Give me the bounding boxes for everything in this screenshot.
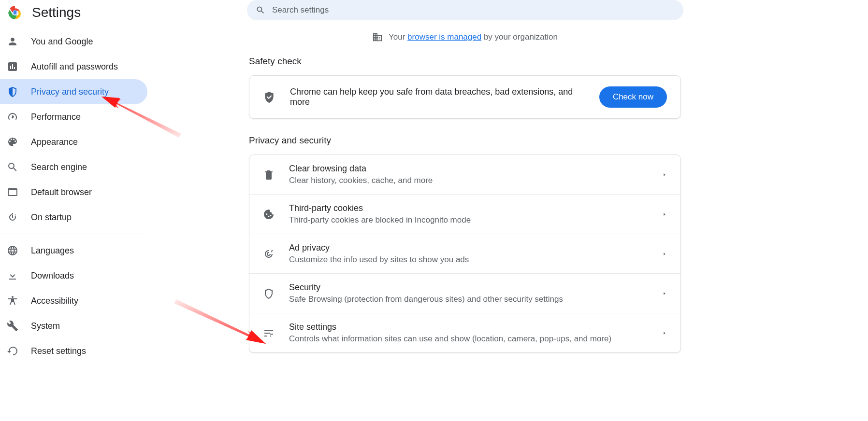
sidebar-item-label: Autofill and passwords — [31, 62, 118, 72]
sidebar-item-on-startup[interactable]: On startup — [0, 205, 147, 230]
chevron-right-icon — [662, 172, 667, 177]
person-icon — [7, 36, 18, 47]
tune-icon — [263, 327, 275, 339]
sidebar-item-downloads[interactable]: Downloads — [0, 263, 147, 288]
main-content: Your browser is managed by your organiza… — [249, 32, 681, 369]
sidebar-item-performance[interactable]: Performance — [0, 104, 147, 129]
download-icon — [7, 270, 18, 281]
chevron-right-icon — [662, 331, 667, 336]
sidebar-item-label: Accessibility — [31, 296, 78, 306]
sidebar-item-you-google[interactable]: You and Google — [0, 29, 147, 54]
privacy-card: Clear browsing data Clear history, cooki… — [249, 154, 681, 353]
shield-icon — [7, 86, 18, 98]
browser-icon — [7, 186, 18, 198]
sidebar-item-label: Default browser — [31, 187, 92, 197]
sidebar-item-label: Reset settings — [31, 346, 86, 356]
managed-text: Your browser is managed by your organiza… — [389, 32, 558, 42]
page-title: Settings — [32, 5, 81, 20]
row-subtitle: Customize the info used by sites to show… — [289, 255, 648, 265]
target-icon — [263, 248, 275, 260]
search-bar[interactable] — [247, 0, 683, 20]
row-title: Security — [289, 282, 648, 293]
row-subtitle: Safe Browsing (protection from dangerous… — [289, 295, 648, 304]
palette-icon — [7, 136, 18, 148]
sidebar: You and Google Autofill and passwords Pr… — [0, 29, 147, 364]
row-title: Third-party cookies — [289, 203, 648, 213]
sidebar-divider — [0, 234, 147, 234]
shield-check-icon — [263, 91, 275, 103]
search-icon — [256, 5, 265, 15]
cookie-icon — [263, 209, 275, 220]
safety-section-title: Safety check — [249, 56, 681, 67]
sidebar-item-system[interactable]: System — [0, 313, 147, 338]
safety-card: Chrome can help keep you safe from data … — [249, 75, 681, 119]
reset-icon — [7, 345, 18, 357]
check-now-button[interactable]: Check now — [599, 86, 667, 108]
sidebar-item-appearance[interactable]: Appearance — [0, 129, 147, 154]
sidebar-item-label: Appearance — [31, 137, 78, 147]
row-third-party-cookies[interactable]: Third-party cookies Third-party cookies … — [249, 194, 680, 234]
sidebar-item-label: Downloads — [31, 271, 74, 281]
sidebar-item-label: You and Google — [31, 37, 93, 47]
managed-link[interactable]: browser is managed — [407, 32, 481, 42]
row-clear-browsing-data[interactable]: Clear browsing data Clear history, cooki… — [249, 155, 680, 194]
privacy-section-title: Privacy and security — [249, 135, 681, 146]
search-icon — [7, 161, 18, 173]
globe-icon — [7, 245, 18, 256]
row-ad-privacy[interactable]: Ad privacy Customize the info used by si… — [249, 234, 680, 273]
accessibility-icon — [7, 295, 18, 307]
chrome-logo-icon — [8, 5, 22, 20]
sidebar-item-label: Search engine — [31, 162, 87, 172]
chevron-right-icon — [662, 291, 667, 296]
sidebar-item-label: Languages — [31, 246, 74, 256]
svg-point-2 — [14, 11, 17, 14]
row-security[interactable]: Security Safe Browsing (protection from … — [249, 273, 680, 313]
chevron-right-icon — [662, 252, 667, 256]
sidebar-item-label: System — [31, 321, 60, 331]
sidebar-item-search-engine[interactable]: Search engine — [0, 154, 147, 180]
speedometer-icon — [7, 111, 18, 123]
row-title: Clear browsing data — [289, 164, 648, 174]
chevron-right-icon — [662, 212, 667, 217]
wrench-icon — [7, 320, 18, 332]
shield-outline-icon — [263, 288, 275, 299]
sidebar-item-accessibility[interactable]: Accessibility — [0, 288, 147, 313]
sidebar-item-label: Privacy and security — [31, 87, 109, 97]
sidebar-item-privacy[interactable]: Privacy and security — [0, 79, 147, 104]
row-subtitle: Clear history, cookies, cache, and more — [289, 176, 648, 185]
sidebar-item-default-browser[interactable]: Default browser — [0, 180, 147, 205]
row-site-settings[interactable]: Site settings Controls what information … — [249, 313, 680, 352]
safety-row: Chrome can help keep you safe from data … — [249, 76, 680, 118]
autofill-icon — [7, 61, 18, 72]
sidebar-item-reset[interactable]: Reset settings — [0, 338, 147, 364]
safety-text: Chrome can help keep you safe from data … — [290, 87, 585, 107]
sidebar-item-autofill[interactable]: Autofill and passwords — [0, 54, 147, 79]
sidebar-item-languages[interactable]: Languages — [0, 238, 147, 263]
power-icon — [7, 211, 18, 223]
sidebar-item-label: Performance — [31, 112, 81, 122]
row-subtitle: Third-party cookies are blocked in Incog… — [289, 215, 648, 225]
row-title: Ad privacy — [289, 243, 648, 253]
building-icon — [372, 32, 383, 42]
row-title: Site settings — [289, 322, 648, 332]
trash-icon — [263, 169, 275, 181]
managed-banner: Your browser is managed by your organiza… — [249, 32, 681, 42]
row-subtitle: Controls what information sites can use … — [289, 334, 648, 344]
sidebar-item-label: On startup — [31, 212, 72, 223]
search-input[interactable] — [272, 5, 675, 15]
